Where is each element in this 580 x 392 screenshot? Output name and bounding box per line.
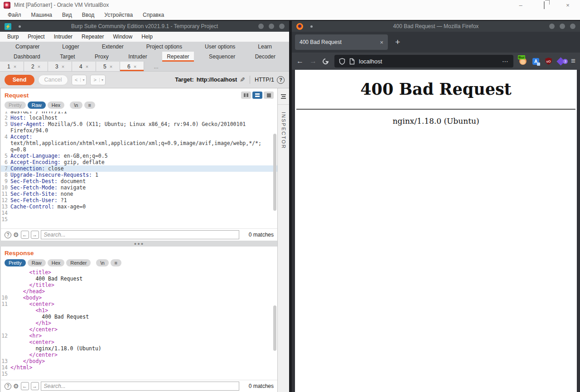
layout-single-button[interactable] [264, 92, 274, 99]
url-text[interactable]: localhost [359, 58, 382, 65]
response-scrollbar[interactable] [273, 305, 276, 351]
host-menu-item-3[interactable]: Ввод [77, 12, 100, 18]
repeater-tab-6[interactable]: 6× [120, 62, 144, 71]
search-prev-button[interactable]: ← [21, 382, 29, 390]
forward-button[interactable]: → [309, 57, 317, 65]
history-back-button[interactable]: <▾ [72, 75, 87, 85]
tab-close-icon[interactable]: × [86, 64, 88, 69]
foxyproxy-extension-icon[interactable]: Bur [519, 58, 527, 65]
burp-menu-help[interactable]: Help [137, 34, 157, 40]
burp-titlebar[interactable]: Burp Suite Community Edition v2021.9.1 -… [0, 21, 289, 32]
caret-down-icon[interactable]: ▾ [80, 78, 86, 82]
translate-extension-icon[interactable]: A [532, 58, 539, 65]
search-next-button[interactable]: → [31, 231, 39, 239]
minimize-button[interactable]: – [517, 2, 525, 9]
reload-icon[interactable] [321, 57, 329, 65]
request-scrollbar[interactable] [273, 134, 276, 211]
tab-close-icon[interactable]: × [62, 64, 64, 69]
chip-render[interactable]: Render [66, 259, 91, 266]
panel-splitter-handle[interactable]: ●●● [1, 241, 277, 247]
edit-target-pencil-icon[interactable]: ✎ [240, 76, 245, 83]
back-button[interactable]: ← [296, 57, 304, 65]
close-button[interactable]: × [564, 2, 572, 9]
tab-intruder[interactable]: Intruder [124, 52, 151, 62]
tab-learn[interactable]: Learn [253, 42, 276, 52]
tab-close-icon[interactable]: × [110, 64, 112, 69]
chip-pretty[interactable]: Pretty [5, 102, 26, 109]
request-search-input[interactable] [41, 230, 239, 239]
container-extension-icon[interactable]: 3 [556, 57, 565, 65]
chip-n[interactable]: \n [96, 259, 108, 266]
host-menu-item-4[interactable]: Устройства [99, 12, 138, 18]
tab-close-icon[interactable]: × [14, 64, 16, 69]
search-help-icon[interactable]: ? [5, 232, 11, 238]
ublock-origin-extension-icon[interactable]: uO [545, 58, 552, 65]
window-button-minimize[interactable] [549, 24, 555, 29]
host-menu-item-0[interactable]: Файл [3, 12, 26, 18]
window-button-close[interactable] [279, 24, 285, 29]
app-menu-hamburger-icon[interactable]: ≡ [571, 57, 575, 66]
caret-down-icon[interactable]: ▾ [99, 78, 105, 82]
send-button[interactable]: Send [5, 75, 34, 85]
tab-comparer[interactable]: Comparer [11, 42, 44, 52]
response-editor[interactable]: <title> 400 Bad Request </title> </head>… [1, 269, 277, 380]
search-next-button[interactable]: → [31, 382, 39, 390]
search-settings-gear-icon[interactable]: ⚙ [13, 382, 19, 390]
cancel-button[interactable]: Cancel [38, 75, 68, 85]
page-info-icon[interactable] [349, 58, 355, 65]
tab-sequencer[interactable]: Sequencer [204, 52, 240, 62]
chip-n[interactable]: \n [70, 102, 82, 109]
window-button-close[interactable] [570, 24, 575, 29]
search-help-icon[interactable]: ? [5, 383, 11, 390]
browser-tab[interactable]: 400 Bad Request × [295, 34, 388, 50]
chip-raw[interactable]: Raw [28, 102, 46, 109]
layout-columns-button[interactable] [241, 92, 251, 99]
chip-hex[interactable]: Hex [48, 102, 65, 109]
burp-menu-window[interactable]: Window [108, 34, 137, 40]
repeater-tab-3[interactable]: 3× [48, 62, 72, 71]
page-actions-dots-icon[interactable]: ⋯ [502, 58, 509, 65]
tab-dashboard[interactable]: Dashboard [9, 52, 45, 62]
layout-rows-button[interactable] [252, 92, 262, 99]
search-settings-gear-icon[interactable]: ⚙ [13, 231, 19, 238]
chip-item[interactable]: ≡ [111, 259, 121, 266]
burp-menu-repeater[interactable]: Repeater [77, 34, 108, 40]
repeater-tab-2[interactable]: 2× [24, 62, 48, 71]
tab-logger[interactable]: Logger [58, 42, 83, 52]
tab-extender[interactable]: Extender [97, 42, 128, 52]
search-prev-button[interactable]: ← [21, 231, 29, 239]
host-menu-item-2[interactable]: Вид [57, 12, 77, 18]
repeater-tab-5[interactable]: 5× [96, 62, 120, 71]
chip-item[interactable]: ≡ [84, 102, 95, 109]
url-bar[interactable]: localhost ⋯ [334, 55, 513, 68]
inspector-sidebar[interactable]: INSPECTOR [277, 88, 289, 392]
restore-button[interactable] [540, 2, 548, 9]
repeater-tab-more[interactable]: ... [144, 62, 168, 71]
tab-close-icon[interactable]: × [38, 64, 40, 69]
help-icon[interactable]: ? [277, 76, 285, 84]
chip-pretty[interactable]: Pretty [5, 259, 26, 266]
repeater-tab-1[interactable]: 1× [0, 62, 24, 71]
tab-user-options[interactable]: User options [200, 42, 240, 52]
new-tab-button[interactable]: + [395, 37, 400, 47]
window-button-maximize[interactable] [560, 24, 565, 29]
history-forward-button[interactable]: >▾ [90, 75, 105, 85]
window-button-maximize[interactable] [269, 24, 274, 29]
tab-target[interactable]: Target [55, 52, 79, 62]
tab-decoder[interactable]: Decoder [251, 52, 280, 62]
tab-close-icon[interactable]: × [134, 64, 136, 69]
burp-menu-project[interactable]: Project [23, 34, 49, 40]
tab-close-icon[interactable]: × [380, 39, 383, 46]
burp-menu-burp[interactable]: Burp [3, 34, 23, 40]
burp-menu-intruder[interactable]: Intruder [49, 34, 77, 40]
tracking-shield-icon[interactable] [339, 58, 345, 65]
response-search-input[interactable] [41, 382, 239, 391]
host-menu-item-5[interactable]: Справка [138, 12, 169, 18]
request-editor[interactable]: 1adsfGET / HTTP/1.12Host: localhost3User… [1, 111, 277, 228]
firefox-titlebar[interactable]: 400 Bad Request — Mozilla Firefox [292, 21, 580, 32]
window-button-minimize[interactable] [258, 24, 264, 29]
tab-repeater[interactable]: Repeater [162, 52, 193, 62]
chip-hex[interactable]: Hex [48, 259, 65, 266]
inspector-collapse-icon[interactable] [281, 94, 286, 99]
chip-raw[interactable]: Raw [28, 259, 46, 266]
